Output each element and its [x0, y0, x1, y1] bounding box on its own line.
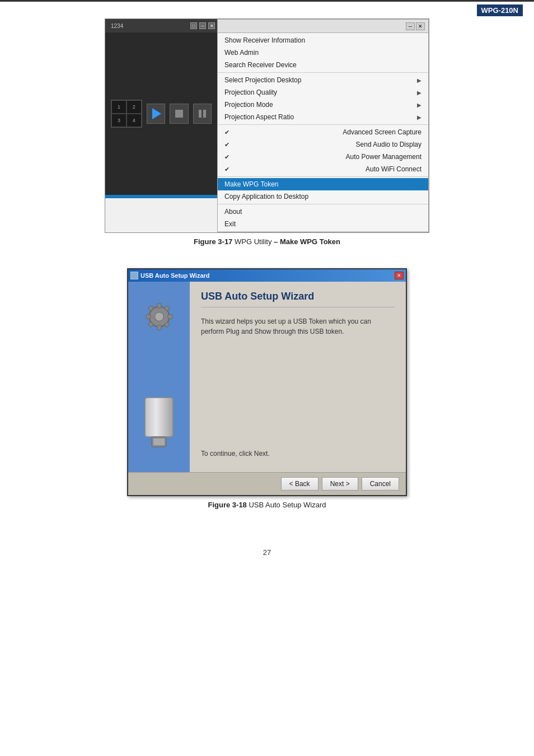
title-bar-minimize-btn[interactable]: ─ — [199, 22, 206, 29]
arrow-icon-1: ▶ — [417, 77, 421, 83]
page-number: 27 — [34, 548, 500, 557]
blue-progress-bar — [105, 195, 217, 198]
svg-point-1 — [154, 312, 163, 321]
svg-rect-3 — [157, 325, 161, 330]
menu-minimize-btn[interactable]: ─ — [406, 22, 415, 30]
checkmark-advanced: ✔ — [224, 129, 229, 136]
brand-label: WPG-210N — [477, 4, 523, 16]
usb-window-title-text: USB Auto Setup Wizard — [140, 272, 210, 279]
title-bar: 1234 □ ─ ✕ — [105, 19, 217, 32]
usb-dot-7 — [158, 381, 160, 384]
checkmark-audio: ✔ — [224, 141, 229, 148]
menu-item-auto-power[interactable]: ✔ Auto Power Management — [218, 151, 428, 163]
figure-17-caption: Figure 3-17 WPG Utility – Make WPG Token — [194, 237, 340, 246]
svg-rect-12 — [153, 438, 165, 445]
gear-icon — [144, 301, 175, 332]
figure-17-container: 1234 □ ─ ✕ 1 2 3 4 — [34, 18, 500, 263]
usb-title-text: USB Auto Setup Wizard — [130, 272, 210, 279]
figure-17-detail-text: WPG Utility — [235, 237, 271, 246]
menu-item-make-wpg-token[interactable]: Make WPG Token — [218, 178, 428, 190]
context-menu-title-bar: ─ ✕ — [218, 20, 428, 33]
screen-cell-3: 3 — [111, 114, 127, 127]
checkmark-wifi: ✔ — [224, 166, 229, 173]
menu-item-web-admin[interactable]: Web Admin — [218, 46, 428, 59]
figure-18-number: Figure 3-18 — [208, 501, 247, 509]
play-button[interactable] — [147, 104, 165, 124]
media-player-panel: 1234 □ ─ ✕ 1 2 3 4 — [105, 19, 217, 198]
menu-item-exit[interactable]: Exit — [218, 218, 428, 230]
usb-dot-6 — [158, 376, 160, 379]
usb-dot-2 — [158, 356, 160, 358]
usb-dot-5 — [158, 371, 160, 374]
menu-section-4: Make WPG Token Copy Application to Deskt… — [218, 177, 428, 204]
usb-dot-3 — [158, 361, 160, 363]
title-bar-icon-btn[interactable]: □ — [190, 22, 197, 29]
menu-item-about[interactable]: About — [218, 206, 428, 218]
usb-close-button[interactable]: ✕ — [395, 272, 404, 279]
menu-win-buttons: ─ ✕ — [406, 22, 425, 30]
stop-icon — [175, 110, 183, 118]
arrow-icon-3: ▶ — [417, 102, 421, 108]
title-bar-numbers: 1234 — [107, 23, 188, 29]
cancel-button[interactable]: Cancel — [362, 477, 399, 491]
screen-cell-1: 1 — [111, 100, 127, 114]
usb-dot-4 — [158, 366, 160, 368]
menu-close-btn[interactable]: ✕ — [416, 22, 425, 30]
menu-section-1: Show Receiver Information Web Admin Sear… — [218, 33, 428, 73]
figure-18-detail: USB Auto Setup Wizard — [249, 501, 326, 509]
svg-rect-10 — [145, 398, 173, 437]
menu-item-auto-wifi[interactable]: ✔ Auto WiFi Connect — [218, 163, 428, 175]
svg-rect-4 — [146, 315, 151, 319]
usb-wizard-continue: To continue, click Next. — [201, 450, 395, 458]
pause-bar-left — [199, 110, 202, 118]
wpg-utility-screenshot: 1234 □ ─ ✕ 1 2 3 4 — [105, 18, 429, 233]
menu-section-3: ✔ Advanced Screen Capture ✔ Send Audio t… — [218, 125, 428, 177]
menu-item-search-receiver[interactable]: Search Receiver Device — [218, 59, 428, 71]
menu-item-projection-aspect-ratio[interactable]: Projection Aspect Ratio ▶ — [218, 111, 428, 123]
title-bar-close-btn[interactable]: ✕ — [208, 22, 215, 29]
screen-grid: 1 2 3 4 — [111, 100, 142, 128]
figure-18-container: USB Auto Setup Wizard ✕ — [34, 268, 500, 526]
play-icon — [152, 108, 161, 119]
menu-item-select-projection-desktop[interactable]: Select Projection Desktop ▶ — [218, 74, 428, 86]
usb-dot-1 — [158, 351, 160, 353]
stop-button[interactable] — [170, 104, 188, 124]
figure-17-number: Figure 3-17 — [194, 237, 232, 246]
menu-item-send-audio[interactable]: ✔ Send Audio to Display — [218, 138, 428, 151]
pause-bar-right — [203, 110, 206, 118]
usb-wizard-window: USB Auto Setup Wizard ✕ — [127, 268, 407, 496]
menu-item-copy-application[interactable]: Copy Application to Desktop — [218, 190, 428, 203]
menu-section-2: Select Projection Desktop ▶ Projection Q… — [218, 73, 428, 125]
context-menu: ─ ✕ Show Receiver Information Web Admin — [217, 19, 429, 232]
screen-cell-4: 4 — [127, 114, 142, 127]
arrow-icon-4: ▶ — [417, 114, 421, 120]
back-button[interactable]: < Back — [281, 477, 318, 491]
usb-wizard-title: USB Auto Setup Wizard — [201, 291, 395, 307]
usb-wizard-footer: < Back Next > Cancel — [128, 472, 406, 495]
svg-rect-2 — [157, 304, 161, 308]
menu-item-projection-quality[interactable]: Projection Quality ▶ — [218, 86, 428, 99]
menu-section-5: About Exit — [218, 204, 428, 232]
checkmark-power: ✔ — [224, 153, 229, 161]
next-button[interactable]: Next > — [322, 477, 358, 491]
usb-dots — [153, 346, 165, 389]
media-controls: 1 2 3 4 — [105, 32, 217, 195]
menu-item-show-receiver[interactable]: Show Receiver Information — [218, 34, 428, 46]
usb-wizard-description: This wizard helps you set up a USB Token… — [201, 316, 395, 337]
pause-button[interactable] — [193, 104, 212, 124]
usb-wizard-body: USB Auto Setup Wizard This wizard helps … — [128, 282, 406, 472]
usb-left-panel — [128, 282, 190, 472]
usb-drive-svg — [137, 395, 181, 451]
figure-17-bold: – Make WPG Token — [274, 237, 340, 246]
figure-18-caption: Figure 3-18 USB Auto Setup Wizard — [208, 501, 326, 509]
svg-rect-5 — [168, 315, 172, 319]
usb-title-bar: USB Auto Setup Wizard ✕ — [128, 269, 406, 282]
arrow-icon-2: ▶ — [417, 90, 421, 96]
usb-drive-container — [137, 282, 181, 472]
usb-title-icon — [130, 272, 138, 279]
menu-item-projection-mode[interactable]: Projection Mode ▶ — [218, 99, 428, 111]
menu-item-advanced-screen-capture[interactable]: ✔ Advanced Screen Capture — [218, 126, 428, 138]
screen-cell-2: 2 — [127, 100, 142, 114]
usb-right-panel: USB Auto Setup Wizard This wizard helps … — [190, 282, 406, 472]
